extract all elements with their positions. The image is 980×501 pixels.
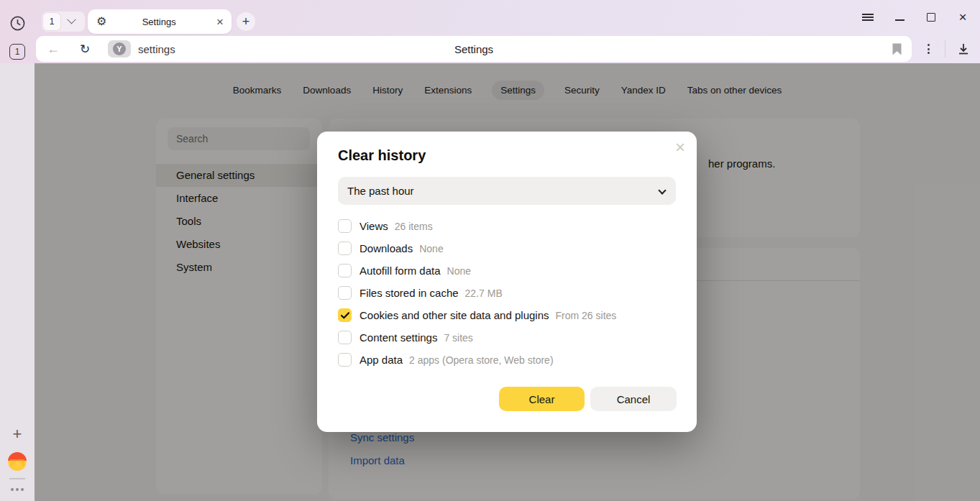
- download-icon[interactable]: [955, 40, 972, 58]
- new-tab-button[interactable]: +: [237, 12, 255, 31]
- tab-settings[interactable]: ⚙ Settings ×: [88, 9, 232, 34]
- strip-divider: [0, 478, 35, 479]
- toolbar-divider: [945, 40, 945, 58]
- option-detail: 26 items: [395, 221, 433, 232]
- time-range-select[interactable]: The past hour: [338, 177, 676, 205]
- option-label: App data: [360, 354, 403, 366]
- option-detail: 2 apps (Opera store, Web store): [409, 354, 554, 366]
- maximize-icon[interactable]: [920, 7, 943, 27]
- chevron-down-icon: [658, 186, 666, 194]
- tab-group-pill[interactable]: 1: [42, 12, 85, 32]
- site-favicon-badge: Y: [108, 40, 131, 58]
- checkbox[interactable]: [338, 331, 352, 344]
- menu-icon[interactable]: [856, 7, 879, 27]
- option-detail: None: [447, 265, 471, 277]
- option-label: Content settings: [360, 331, 437, 344]
- option-detail: From 26 sites: [556, 310, 617, 321]
- option-label: Downloads: [360, 242, 413, 254]
- option-label: Views: [360, 220, 388, 232]
- option-views[interactable]: Views 26 items: [338, 215, 676, 237]
- checkbox[interactable]: [338, 219, 352, 233]
- clear-history-dialog: Clear history × The past hour Views 26 i…: [317, 132, 697, 432]
- settings-page: Bookmarks Downloads History Extensions S…: [35, 63, 980, 501]
- tab-close-icon[interactable]: ×: [211, 16, 229, 28]
- checkbox[interactable]: [338, 242, 352, 255]
- option-label: Autofill form data: [360, 265, 441, 277]
- option-cookies[interactable]: Cookies and other site data and plugins …: [338, 304, 676, 326]
- option-label: Files stored in cache: [360, 287, 459, 299]
- more-services-icon[interactable]: [0, 484, 35, 495]
- minimize-icon[interactable]: [888, 7, 911, 27]
- option-label: Cookies and other site data and plugins: [360, 309, 549, 321]
- option-cache[interactable]: Files stored in cache 22.7 MB: [338, 282, 676, 304]
- checkbox[interactable]: [338, 264, 352, 277]
- option-app-data[interactable]: App data 2 apps (Opera store, Web store): [338, 349, 676, 371]
- window-close-icon[interactable]: ×: [951, 7, 974, 27]
- tab-group-count: 1: [43, 13, 60, 30]
- yandex-favicon: Y: [113, 42, 126, 55]
- option-detail: 7 sites: [444, 332, 472, 344]
- tab-title: Settings: [106, 17, 211, 27]
- option-detail: 22.7 MB: [465, 288, 503, 299]
- option-autofill[interactable]: Autofill form data None: [338, 259, 676, 282]
- clear-button[interactable]: Clear: [499, 387, 585, 411]
- tab-panel-button[interactable]: 1: [0, 43, 35, 60]
- clear-options-list: Views 26 items Downloads None Autofill f…: [338, 215, 676, 371]
- reload-icon[interactable]: ↻: [76, 42, 93, 57]
- back-icon[interactable]: ←: [45, 42, 62, 57]
- checkbox[interactable]: [338, 286, 352, 300]
- option-detail: None: [419, 243, 443, 254]
- yandex-mail-icon[interactable]: [0, 451, 35, 472]
- dialog-title: Clear history: [338, 147, 426, 164]
- chevron-down-icon: [67, 15, 76, 24]
- address-bar[interactable]: ← ↻ Y settings Settings: [36, 36, 912, 62]
- gear-icon: ⚙: [96, 16, 106, 27]
- sidebar-add-icon[interactable]: +: [0, 425, 35, 443]
- checkbox[interactable]: [338, 353, 352, 367]
- option-content-settings[interactable]: Content settings 7 sites: [338, 326, 676, 349]
- cancel-button[interactable]: Cancel: [590, 387, 677, 411]
- history-clock-icon[interactable]: [0, 14, 35, 32]
- url-text: settings: [138, 43, 175, 55]
- kebab-menu-icon[interactable]: [923, 40, 933, 58]
- option-downloads[interactable]: Downloads None: [338, 237, 676, 259]
- tab-count-label: 1: [9, 44, 25, 60]
- checkbox-checked[interactable]: [338, 308, 352, 322]
- bookmark-icon[interactable]: [892, 43, 902, 58]
- dialog-close-icon[interactable]: ×: [675, 139, 685, 156]
- time-range-value: The past hour: [347, 185, 414, 197]
